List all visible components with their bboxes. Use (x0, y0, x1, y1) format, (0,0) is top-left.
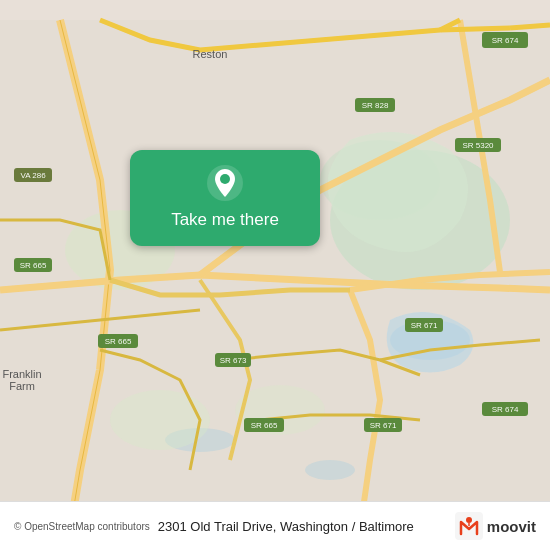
svg-text:VA 286: VA 286 (20, 171, 46, 180)
map-container: SR 674 VA 286 SR 665 SR 828 SR 5320 SR 6… (0, 0, 550, 550)
svg-text:SR 673: SR 673 (220, 356, 247, 365)
address-text: 2301 Old Trail Drive, Washington / Balti… (158, 519, 455, 534)
svg-point-5 (305, 460, 355, 480)
svg-text:SR 828: SR 828 (362, 101, 389, 110)
svg-text:SR 665: SR 665 (20, 261, 47, 270)
copyright-text: © OpenStreetMap contributors (14, 521, 150, 532)
svg-text:SR 671: SR 671 (370, 421, 397, 430)
svg-text:Franklin: Franklin (2, 368, 41, 380)
svg-point-39 (466, 517, 472, 523)
svg-text:SR 674: SR 674 (492, 36, 519, 45)
svg-text:Reston: Reston (193, 48, 228, 60)
map-svg: SR 674 VA 286 SR 665 SR 828 SR 5320 SR 6… (0, 0, 550, 550)
moovit-logo-icon (455, 512, 483, 540)
location-pin-icon (206, 164, 244, 202)
take-me-there-label: Take me there (171, 210, 279, 230)
svg-text:SR 671: SR 671 (411, 321, 438, 330)
svg-text:Farm: Farm (9, 380, 35, 392)
svg-text:SR 665: SR 665 (105, 337, 132, 346)
bottom-bar: © OpenStreetMap contributors 2301 Old Tr… (0, 501, 550, 550)
svg-text:SR 5320: SR 5320 (462, 141, 494, 150)
svg-text:SR 665: SR 665 (251, 421, 278, 430)
moovit-logo: moovit (455, 512, 536, 540)
take-me-there-button[interactable]: Take me there (130, 150, 320, 246)
svg-text:SR 674: SR 674 (492, 405, 519, 414)
svg-point-37 (220, 174, 230, 184)
moovit-brand-text: moovit (487, 518, 536, 535)
